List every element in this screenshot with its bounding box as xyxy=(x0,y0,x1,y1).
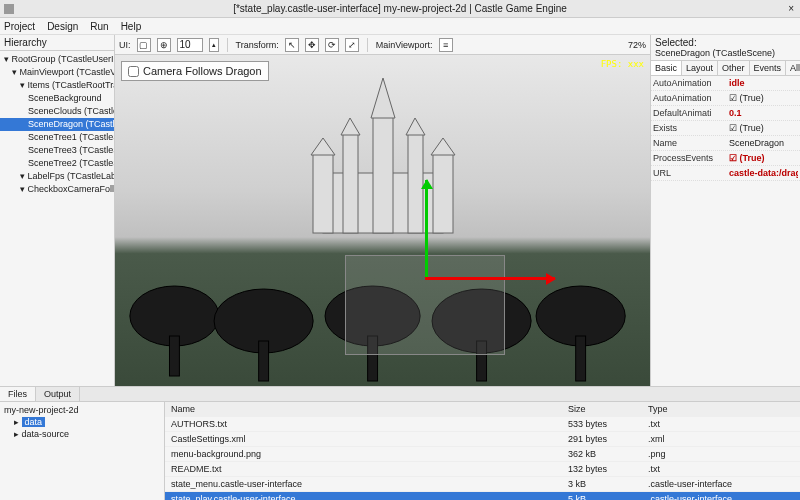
app-icon xyxy=(4,4,14,14)
menu-help[interactable]: Help xyxy=(121,21,142,32)
svg-rect-5 xyxy=(343,133,358,233)
ui-label: UI: xyxy=(119,40,131,50)
hierarchy-node[interactable]: ▾ CheckboxCameraFollow (…) xyxy=(0,183,114,196)
hierarchy-node[interactable]: SceneDragon (TCastleScene) xyxy=(0,118,114,131)
hierarchy-node[interactable]: SceneClouds (TCastleScene) xyxy=(0,105,114,118)
svg-rect-12 xyxy=(169,336,179,376)
menu-project[interactable]: Project xyxy=(4,21,35,32)
svg-marker-4 xyxy=(371,78,395,118)
property-row[interactable]: DefaultAnimati0.1 xyxy=(651,106,800,121)
svg-rect-14 xyxy=(259,341,269,381)
viewport-menu-icon[interactable]: ≡ xyxy=(439,38,453,52)
col-type[interactable]: Type xyxy=(646,403,796,415)
hierarchy-node[interactable]: ▾ RootGroup (TCastleUserInterfaceGroup) xyxy=(0,53,114,66)
property-row[interactable]: URLcastle-data:/drag… xyxy=(651,166,800,181)
svg-rect-20 xyxy=(576,336,586,381)
menu-design[interactable]: Design xyxy=(47,21,78,32)
file-row[interactable]: menu-background.png362 kB.png xyxy=(165,447,800,462)
property-row[interactable]: ProcessEvents☑ (True) xyxy=(651,151,800,166)
property-row[interactable]: NameSceneDragon xyxy=(651,136,800,151)
tab-layout[interactable]: Layout xyxy=(682,61,718,75)
selected-label: Selected: xyxy=(655,37,796,48)
spin-up-icon[interactable]: ▴ xyxy=(209,38,219,52)
file-row[interactable]: state_play.castle-user-interface5 kB.cas… xyxy=(165,492,800,500)
ui-anchor-icon[interactable]: ⊕ xyxy=(157,38,171,52)
tab-output[interactable]: Output xyxy=(36,387,80,401)
file-row[interactable]: CastleSettings.xml291 bytes.xml xyxy=(165,432,800,447)
camera-follow-input[interactable] xyxy=(128,66,139,77)
tab-all[interactable]: All xyxy=(786,61,800,75)
svg-marker-9 xyxy=(311,138,335,155)
select-tool-icon[interactable]: ↖ xyxy=(285,38,299,52)
inspector-panel: Selected: SceneDragon (TCastleScene) Bas… xyxy=(650,35,800,386)
hierarchy-node[interactable]: ▾ MainViewport (TCastleViewport) xyxy=(0,66,114,79)
mainviewport-label: MainViewport: xyxy=(376,40,433,50)
file-tree-item[interactable]: ▸ data xyxy=(2,416,162,428)
hierarchy-node[interactable]: SceneTree3 (TCastleScene) xyxy=(0,144,114,157)
menu-bar: Project Design Run Help xyxy=(0,18,800,35)
tab-files[interactable]: Files xyxy=(0,387,36,401)
ui-rect-icon[interactable]: ▢ xyxy=(137,38,151,52)
close-icon[interactable]: × xyxy=(788,3,794,14)
inspector-tabs: Basic Layout Other Events All xyxy=(651,61,800,76)
rotate-tool-icon[interactable]: ⟳ xyxy=(325,38,339,52)
bottom-panel: Files Output my-new-project-2d ▸ data ▸ … xyxy=(0,386,800,500)
hierarchy-node[interactable]: SceneBackground xyxy=(0,92,114,105)
file-row[interactable]: README.txt132 bytes.txt xyxy=(165,462,800,477)
castle-graphic xyxy=(283,73,483,253)
selected-value: SceneDragon (TCastleScene) xyxy=(655,48,796,58)
hierarchy-node[interactable]: ▾ LabelFps (TCastleLabel) xyxy=(0,170,114,183)
file-list[interactable]: Name Size Type AUTHORS.txt533 bytes.txtC… xyxy=(165,402,800,500)
property-row[interactable]: AutoAnimationidle xyxy=(651,76,800,91)
hierarchy-panel: Hierarchy ▾ RootGroup (TCastleUserInterf… xyxy=(0,35,115,386)
svg-marker-10 xyxy=(431,138,455,155)
file-tree-item[interactable]: ▸ data-source xyxy=(2,428,162,440)
fps-label: FPS: xxx xyxy=(601,59,644,69)
zoom-level: 72% xyxy=(628,40,646,50)
hierarchy-node[interactable]: SceneTree2 (TCastleScene) xyxy=(0,157,114,170)
transform-label: Transform: xyxy=(236,40,279,50)
tab-events[interactable]: Events xyxy=(750,61,787,75)
snap-spinner[interactable]: 10 xyxy=(177,38,203,52)
hierarchy-node[interactable]: SceneTree1 (TCastleScene) xyxy=(0,131,114,144)
svg-marker-7 xyxy=(341,118,360,135)
file-tree[interactable]: my-new-project-2d ▸ data ▸ data-source xyxy=(0,402,165,500)
camera-follow-checkbox[interactable]: Camera Follows Dragon xyxy=(121,61,269,81)
file-list-header: Name Size Type xyxy=(165,402,800,417)
gizmo-y-axis[interactable] xyxy=(425,180,428,280)
window-titlebar: [*state_play.castle-user-interface] my-n… xyxy=(0,0,800,18)
window-title: [*state_play.castle-user-interface] my-n… xyxy=(233,3,567,14)
file-row[interactable]: AUTHORS.txt533 bytes.txt xyxy=(165,417,800,432)
property-row[interactable]: Exists☑ (True) xyxy=(651,121,800,136)
bottom-tabs: Files Output xyxy=(0,387,800,402)
hierarchy-title: Hierarchy xyxy=(0,35,114,51)
tab-other[interactable]: Other xyxy=(718,61,750,75)
svg-rect-1 xyxy=(313,153,333,233)
move-tool-icon[interactable]: ✥ xyxy=(305,38,319,52)
svg-rect-2 xyxy=(433,153,453,233)
menu-run[interactable]: Run xyxy=(90,21,108,32)
scene-viewport[interactable]: FPS: xxx Camera Follows Dragon xyxy=(115,55,650,386)
file-row[interactable]: state_menu.castle-user-interface3 kB.cas… xyxy=(165,477,800,492)
svg-rect-3 xyxy=(373,113,393,233)
viewport-toolbar: UI: ▢ ⊕ 10 ▴ Transform: ↖ ✥ ⟳ ⤢ MainView… xyxy=(115,35,650,55)
file-tree-root[interactable]: my-new-project-2d xyxy=(2,404,162,416)
col-size[interactable]: Size xyxy=(566,403,646,415)
hierarchy-node[interactable]: ▾ Items (TCastleRootTransform) xyxy=(0,79,114,92)
col-name[interactable]: Name xyxy=(169,403,566,415)
property-row[interactable]: AutoAnimation☑ (True) xyxy=(651,91,800,106)
hierarchy-tree[interactable]: ▾ RootGroup (TCastleUserInterfaceGroup)▾… xyxy=(0,51,114,198)
camera-follow-label: Camera Follows Dragon xyxy=(143,65,262,77)
gizmo-x-axis[interactable] xyxy=(425,277,555,280)
scale-tool-icon[interactable]: ⤢ xyxy=(345,38,359,52)
property-grid[interactable]: AutoAnimationidleAutoAnimation☑ (True)De… xyxy=(651,76,800,181)
tab-basic[interactable]: Basic xyxy=(651,61,682,75)
svg-marker-8 xyxy=(406,118,425,135)
